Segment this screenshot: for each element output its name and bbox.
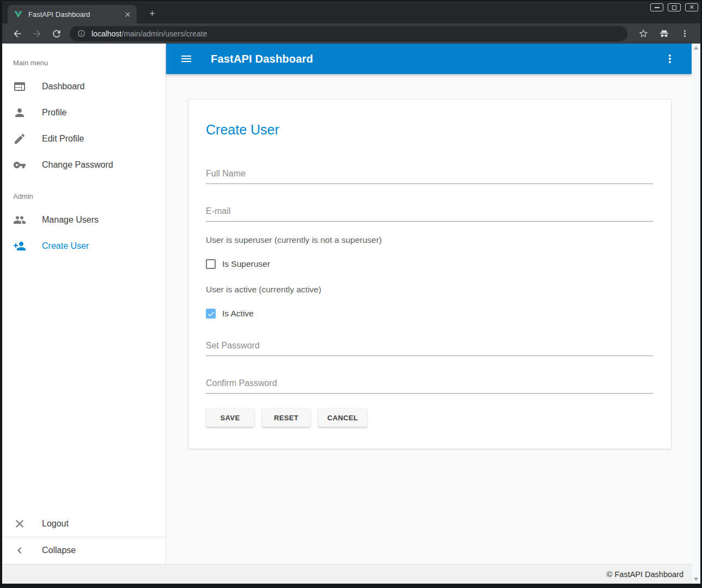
sidebar-item-collapse[interactable]: Collapse [2, 537, 166, 564]
main-content: Create User User is superuser (currently… [166, 74, 692, 564]
confirm-password-input[interactable] [206, 378, 653, 394]
appbar-title: FastAPI Dashboard [211, 53, 313, 65]
full-name-input[interactable] [206, 169, 653, 184]
bookmark-star-icon[interactable] [636, 27, 650, 41]
hamburger-menu-icon[interactable] [180, 52, 193, 65]
active-hint: User is active (currently active) [206, 285, 653, 295]
sidebar-section-admin: Admin [2, 178, 166, 207]
browser-window: FastAPI Dashboard ✕ [0, 0, 702, 588]
scrollbar-up-icon[interactable] [694, 46, 698, 50]
close-button[interactable]: ✕ [685, 3, 698, 11]
web-icon [13, 80, 26, 93]
page-info-icon[interactable] [77, 29, 86, 38]
form-buttons: SAVE RESET CANCEL [206, 408, 653, 427]
page-title: Create User [206, 100, 653, 138]
tab-close-icon[interactable] [123, 9, 132, 19]
checkbox-unchecked-icon [206, 259, 216, 269]
appbar-kebab-menu-icon[interactable] [663, 52, 676, 65]
sidebar-item-profile[interactable]: Profile [2, 100, 166, 126]
url-path: /main/admin/users/create [121, 29, 207, 38]
superuser-hint: User is superuser (currently is not a su… [206, 235, 653, 245]
browser-toolbar: localhost/main/admin/users/create [2, 23, 700, 44]
sidebar-item-logout[interactable]: Logout [2, 511, 166, 537]
vue-logo-icon [14, 10, 23, 19]
minimize-button[interactable] [650, 3, 663, 11]
sidebar-section-main-menu: Main menu [2, 44, 166, 74]
is-superuser-checkbox[interactable]: Is Superuser [206, 259, 653, 269]
person-icon [13, 106, 26, 119]
email-input[interactable] [206, 206, 653, 222]
page-viewport: Main menu Dashboard Profile Edit Profile [2, 44, 700, 584]
forward-arrow-icon[interactable] [30, 27, 44, 41]
footer-copyright: © FastAPI Dashboard [607, 570, 683, 579]
window-inner: FastAPI Dashboard ✕ [2, 1, 700, 584]
chevron-left-icon [13, 544, 26, 557]
is-active-checkbox[interactable]: Is Active [206, 309, 653, 318]
incognito-icon [657, 27, 671, 41]
people-icon [13, 213, 26, 226]
tab-title: FastAPI Dashboard [28, 10, 123, 19]
create-user-card: Create User User is superuser (currently… [188, 100, 671, 449]
pencil-icon [13, 132, 26, 145]
new-tab-button[interactable] [145, 6, 159, 20]
browser-menu-kebab-icon[interactable] [677, 27, 692, 41]
back-arrow-icon[interactable] [10, 27, 25, 41]
person-add-icon [13, 240, 26, 253]
address-bar[interactable]: localhost/main/admin/users/create [70, 26, 627, 41]
sidebar-item-change-password[interactable]: Change Password [2, 152, 166, 178]
key-icon [13, 158, 26, 171]
cancel-button[interactable]: CANCEL [318, 408, 367, 427]
page-footer: © FastAPI Dashboard [2, 564, 700, 584]
browser-tab[interactable]: FastAPI Dashboard [8, 5, 137, 23]
page-scrollbar[interactable] [692, 44, 700, 584]
sidebar-item-edit-profile[interactable]: Edit Profile [2, 126, 166, 152]
maximize-button[interactable] [668, 3, 681, 11]
sidebar-item-create-user[interactable]: Create User [2, 233, 166, 259]
checkbox-checked-icon [206, 309, 216, 318]
set-password-input[interactable] [206, 341, 653, 356]
main-area: FastAPI Dashboard Create User User is su… [166, 44, 692, 564]
sidebar-item-manage-users[interactable]: Manage Users [2, 207, 166, 233]
reset-button[interactable]: RESET [262, 408, 310, 427]
sidebar-item-dashboard[interactable]: Dashboard [2, 74, 166, 100]
url-host: localhost [91, 29, 121, 38]
sidebar: Main menu Dashboard Profile Edit Profile [2, 44, 166, 564]
reload-icon[interactable] [50, 27, 64, 41]
window-controls: ✕ [650, 3, 698, 11]
tab-strip: FastAPI Dashboard ✕ [2, 1, 700, 23]
close-icon [13, 517, 26, 530]
scrollbar-down-icon[interactable] [694, 578, 698, 581]
save-button[interactable]: SAVE [206, 408, 254, 427]
appbar: FastAPI Dashboard [166, 44, 692, 74]
